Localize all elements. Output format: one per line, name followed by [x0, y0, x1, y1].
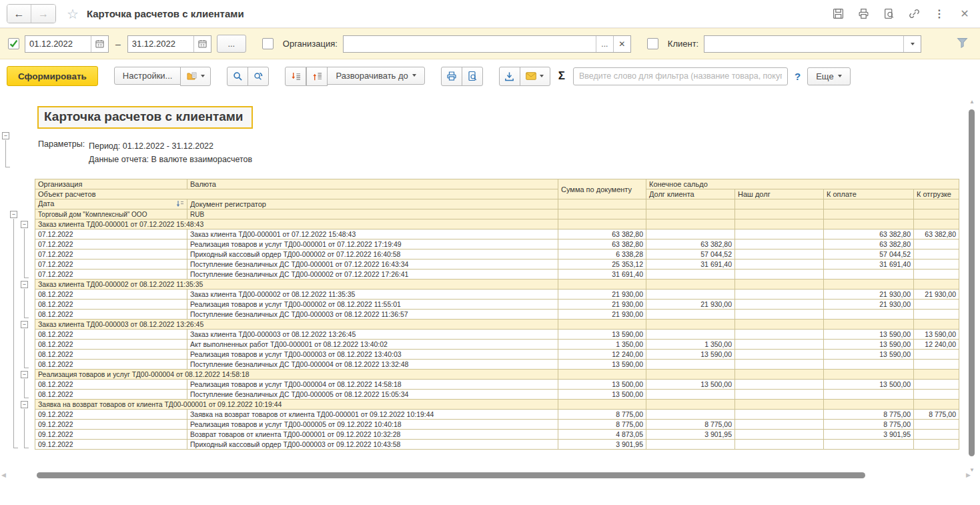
to-pay-cell[interactable]: 21 930,00 — [824, 300, 914, 310]
collapse-group-button[interactable]: − — [21, 401, 28, 408]
amount-cell[interactable]: 63 382,80 — [558, 239, 646, 249]
empty-cell[interactable] — [824, 280, 914, 290]
empty-cell[interactable] — [735, 209, 824, 219]
to-ship-cell[interactable]: 8 775,00 — [914, 410, 959, 420]
empty-cell[interactable] — [558, 400, 646, 410]
amount-cell[interactable]: 4 873,05 — [558, 430, 646, 440]
client-dropdown-button[interactable] — [903, 36, 921, 52]
header-currency[interactable]: Валюта — [187, 179, 558, 189]
amount-cell[interactable]: 13 500,00 — [558, 390, 646, 400]
date-cell[interactable]: 08.12.2022 — [35, 300, 187, 310]
amount-cell[interactable]: 63 382,80 — [558, 229, 646, 239]
print-report-icon[interactable] — [441, 67, 462, 86]
header-to-pay[interactable]: К оплате — [824, 189, 914, 199]
to-pay-cell[interactable]: 21 930,00 — [824, 290, 914, 300]
collapse-group-button[interactable]: − — [21, 221, 28, 228]
header-to-ship[interactable]: К отгрузке — [914, 189, 959, 199]
to-ship-cell[interactable] — [914, 249, 959, 260]
our-debt-cell[interactable] — [735, 350, 824, 360]
print-preview-icon[interactable] — [462, 67, 483, 86]
our-debt-cell[interactable] — [735, 270, 824, 280]
empty-cell[interactable] — [735, 320, 824, 330]
header-registrar[interactable]: Документ регистратор — [187, 199, 558, 209]
registrar-cell[interactable]: Поступление безналичных ДС ТД00-000002 о… — [187, 270, 558, 280]
amount-cell[interactable]: 12 240,00 — [558, 350, 646, 360]
registrar-cell[interactable]: Приходный кассовый ордер ТД00-000002 от … — [187, 249, 558, 260]
registrar-cell[interactable]: Акт выполненных работ ТД00-000001 от 08.… — [187, 340, 558, 350]
collapse-group-button[interactable]: − — [21, 321, 28, 328]
organization-clear-icon[interactable]: ✕ — [613, 36, 630, 52]
to-ship-cell[interactable] — [914, 350, 959, 360]
registrar-cell[interactable]: Заказ клиента ТД00-000002 от 08.12.2022 … — [187, 290, 558, 300]
header-date[interactable]: Дата — [35, 199, 187, 209]
empty-cell[interactable] — [646, 209, 735, 219]
group-title-cell[interactable]: Заявка на возврат товаров от клиента ТД0… — [35, 400, 558, 410]
empty-cell[interactable] — [914, 320, 959, 330]
close-icon[interactable]: ✕ — [959, 8, 971, 20]
date-cell[interactable]: 08.12.2022 — [35, 340, 187, 350]
to-pay-cell[interactable]: 3 901,95 — [824, 430, 914, 440]
to-ship-cell[interactable] — [914, 390, 959, 400]
empty-cell[interactable] — [558, 280, 646, 290]
to-pay-cell[interactable]: 31 691,40 — [824, 260, 914, 270]
client-debt-cell[interactable] — [646, 330, 735, 340]
our-debt-cell[interactable] — [735, 440, 824, 450]
expand-to-button[interactable]: Разворачивать до — [327, 67, 424, 85]
our-debt-cell[interactable] — [735, 239, 824, 249]
quick-filter-input[interactable] — [573, 67, 788, 85]
header-closing-balance[interactable]: Конечное сальдо — [646, 179, 959, 189]
empty-cell[interactable] — [735, 219, 824, 229]
settings-button[interactable]: Настройки... — [114, 67, 181, 85]
empty-cell[interactable] — [824, 320, 914, 330]
collapse-group-button[interactable]: − — [21, 281, 28, 288]
collapse-group-button[interactable]: − — [10, 211, 17, 218]
to-ship-cell[interactable] — [914, 430, 959, 440]
to-pay-cell[interactable] — [824, 440, 914, 450]
to-ship-cell[interactable] — [914, 360, 959, 370]
scroll-up-arrow[interactable]: ▲ — [969, 99, 975, 105]
our-debt-cell[interactable] — [735, 260, 824, 270]
search-next-icon[interactable] — [248, 67, 269, 86]
collapse-group-button[interactable]: − — [21, 371, 28, 378]
date-cell[interactable]: 07.12.2022 — [35, 249, 187, 260]
client-debt-cell[interactable]: 13 500,00 — [646, 380, 735, 390]
client-debt-cell[interactable] — [646, 410, 735, 420]
autosum-button[interactable]: Σ — [556, 69, 568, 83]
to-ship-cell[interactable] — [914, 239, 959, 249]
to-ship-cell[interactable] — [914, 270, 959, 280]
our-debt-cell[interactable] — [735, 330, 824, 340]
to-pay-cell[interactable]: 13 500,00 — [824, 380, 914, 390]
registrar-cell[interactable]: Заявка на возврат товаров от клиента ТД0… — [187, 410, 558, 420]
client-debt-cell[interactable] — [646, 360, 735, 370]
organization-checkbox[interactable] — [262, 38, 274, 49]
amount-cell[interactable]: 25 353,12 — [558, 260, 646, 270]
our-debt-cell[interactable] — [735, 290, 824, 300]
amount-cell[interactable]: 21 930,00 — [558, 290, 646, 300]
client-debt-cell[interactable] — [646, 229, 735, 239]
our-debt-cell[interactable] — [735, 249, 824, 260]
empty-cell[interactable] — [914, 219, 959, 229]
date-cell[interactable]: 08.12.2022 — [35, 360, 187, 370]
group-title-cell[interactable]: Реализация товаров и услуг ТД00-000004 о… — [35, 370, 558, 380]
to-pay-cell[interactable] — [824, 390, 914, 400]
header-our-debt[interactable]: Наш долг — [735, 189, 824, 199]
to-ship-cell[interactable] — [914, 310, 959, 320]
amount-cell[interactable]: 6 338,28 — [558, 249, 646, 260]
report-variants-button[interactable] — [180, 67, 211, 86]
org-name-cell[interactable]: Торговый дом "Комплексный" ООО — [35, 209, 187, 219]
amount-cell[interactable]: 21 930,00 — [558, 300, 646, 310]
expand-groups-icon[interactable] — [306, 67, 328, 86]
date-cell[interactable]: 07.12.2022 — [35, 270, 187, 280]
amount-cell[interactable]: 8 775,00 — [558, 410, 646, 420]
client-debt-cell[interactable] — [646, 440, 735, 450]
empty-cell[interactable] — [558, 209, 646, 219]
group-title-cell[interactable]: Заказ клиента ТД00-000001 от 07.12.2022 … — [35, 219, 558, 229]
header-settlement-object[interactable]: Объект расчетов — [35, 189, 558, 199]
date-cell[interactable]: 08.12.2022 — [35, 380, 187, 390]
amount-cell[interactable]: 8 775,00 — [558, 420, 646, 430]
empty-cell[interactable] — [914, 400, 959, 410]
date-cell[interactable]: 09.12.2022 — [35, 440, 187, 450]
client-debt-cell[interactable]: 1 350,00 — [646, 340, 735, 350]
registrar-cell[interactable]: Заказ клиента ТД00-000001 от 07.12.2022 … — [187, 229, 558, 239]
period-ellipsis-button[interactable]: ... — [217, 35, 246, 53]
